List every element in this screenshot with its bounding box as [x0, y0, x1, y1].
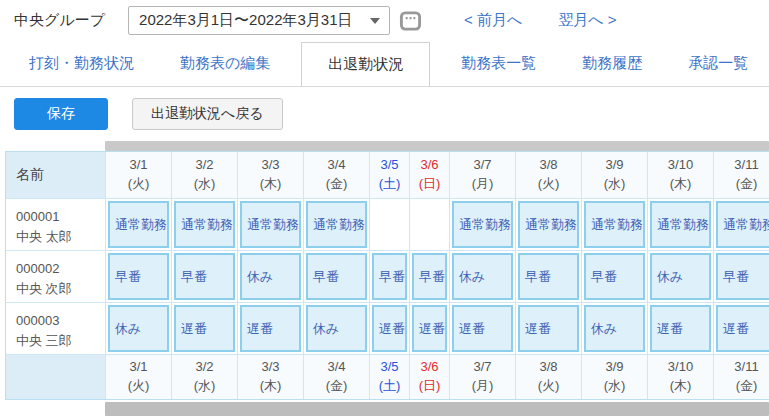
- tab-3[interactable]: 出退勤状況: [301, 42, 430, 87]
- chevron-down-icon: [370, 18, 380, 24]
- shift-chip: 早番: [412, 253, 447, 300]
- footer-date-3/11: 3/11(金): [714, 355, 769, 399]
- shift-chip: 遅番: [716, 305, 769, 352]
- shift-cell-000002-3/9[interactable]: 早番: [582, 251, 648, 303]
- shift-chip: 休み: [452, 253, 513, 300]
- shift-chip: 休み: [240, 253, 301, 300]
- header-date-3/7: 3/7(月): [450, 152, 516, 199]
- footer-date-3/1: 3/1(火): [106, 355, 172, 399]
- shift-chip: 遅番: [240, 305, 301, 352]
- shift-cell-000002-3/1[interactable]: 早番: [106, 251, 172, 303]
- footer-date-3/2: 3/2(水): [172, 355, 238, 399]
- shift-cell-000003-3/1[interactable]: 休み: [106, 303, 172, 355]
- tab-1[interactable]: 打刻・勤務状況: [14, 41, 149, 86]
- header-date-3/2: 3/2(水): [172, 152, 238, 199]
- shift-cell-000002-3/2[interactable]: 早番: [172, 251, 238, 303]
- shift-chip: 休み: [306, 305, 367, 352]
- shift-cell-000002-3/6[interactable]: 早番: [410, 251, 450, 303]
- date-range-value: 2022年3月1日〜2022年3月31日: [139, 11, 352, 30]
- next-month-link[interactable]: 翌月へ >: [558, 11, 616, 30]
- shift-cell-000001-3/2[interactable]: 通常勤務: [172, 199, 238, 251]
- horizontal-scrollbar-bottom[interactable]: [105, 402, 769, 416]
- shift-cell-000002-3/7[interactable]: 休み: [450, 251, 516, 303]
- shift-cell-000003-3/2[interactable]: 遅番: [172, 303, 238, 355]
- footer-date-3/7: 3/7(月): [450, 355, 516, 399]
- toolbar: 保存 出退勤状況へ戻る: [0, 87, 769, 137]
- footer-date-3/9: 3/9(水): [582, 355, 648, 399]
- shift-chip: 通常勤務: [174, 201, 235, 248]
- shift-cell-000001-3/10[interactable]: 通常勤務: [648, 199, 714, 251]
- shift-chip: 遅番: [372, 305, 407, 352]
- calendar-icon[interactable]: [399, 9, 422, 32]
- shift-cell-000001-3/9[interactable]: 通常勤務: [582, 199, 648, 251]
- horizontal-scrollbar-top[interactable]: [105, 141, 769, 151]
- shift-chip: 遅番: [452, 305, 513, 352]
- shift-cell-000003-3/11[interactable]: 遅番: [714, 303, 769, 355]
- shift-chip: 遅番: [650, 305, 711, 352]
- save-button[interactable]: 保存: [14, 98, 108, 130]
- shift-chip: 休み: [108, 305, 169, 352]
- shift-cell-000003-3/9[interactable]: 休み: [582, 303, 648, 355]
- shift-cell-000003-3/5[interactable]: 遅番: [370, 303, 410, 355]
- back-to-attendance-button[interactable]: 出退勤状況へ戻る: [132, 98, 283, 130]
- shift-chip: 通常勤務: [518, 201, 579, 248]
- employee-cell-000001: 000001中央 太郎: [6, 199, 106, 251]
- footer-date-3/5: 3/5(土): [370, 355, 410, 399]
- shift-cell-000003-3/3[interactable]: 遅番: [238, 303, 304, 355]
- shift-cell-000002-3/8[interactable]: 早番: [516, 251, 582, 303]
- header-date-3/3: 3/3(木): [238, 152, 304, 199]
- shift-cell-000003-3/10[interactable]: 遅番: [648, 303, 714, 355]
- shift-chip: 通常勤務: [452, 201, 513, 248]
- shift-chip: 休み: [584, 305, 645, 352]
- shift-chip: 遅番: [518, 305, 579, 352]
- shift-cell-000001-3/8[interactable]: 通常勤務: [516, 199, 582, 251]
- employee-cell-000002: 000002中央 次郎: [6, 251, 106, 303]
- shift-chip: 早番: [306, 253, 367, 300]
- footer-date-3/4: 3/4(金): [304, 355, 370, 399]
- shift-chip: 通常勤務: [650, 201, 711, 248]
- shift-chip: 遅番: [412, 305, 447, 352]
- shift-chip: 通常勤務: [108, 201, 169, 248]
- shift-cell-000001-3/1[interactable]: 通常勤務: [106, 199, 172, 251]
- header-date-3/10: 3/10(木): [648, 152, 714, 199]
- shift-chip: 遅番: [174, 305, 235, 352]
- shift-cell-000003-3/4[interactable]: 休み: [304, 303, 370, 355]
- shift-cell-000002-3/5[interactable]: 早番: [370, 251, 410, 303]
- shift-cell-000001-3/7[interactable]: 通常勤務: [450, 199, 516, 251]
- header-date-3/11: 3/11(金): [714, 152, 769, 199]
- shift-table: 名前3/1(火)3/2(水)3/3(木)3/4(金)3/5(土)3/6(日)3/…: [5, 141, 769, 416]
- header-date-3/8: 3/8(火): [516, 152, 582, 199]
- shift-cell-000003-3/7[interactable]: 遅番: [450, 303, 516, 355]
- tab-2[interactable]: 勤務表の編集: [165, 41, 285, 86]
- shift-cell-000001-3/11[interactable]: 通常勤務: [714, 199, 769, 251]
- date-range-select[interactable]: 2022年3月1日〜2022年3月31日: [128, 6, 390, 35]
- shift-cell-000001-3/6[interactable]: [410, 199, 450, 251]
- employee-cell-000003: 000003中央 三郎: [6, 303, 106, 355]
- tab-6[interactable]: 承認一覧: [673, 41, 763, 86]
- shift-chip: 早番: [584, 253, 645, 300]
- shift-cell-000001-3/5[interactable]: [370, 199, 410, 251]
- shift-cell-000002-3/3[interactable]: 休み: [238, 251, 304, 303]
- shift-cell-000001-3/3[interactable]: 通常勤務: [238, 199, 304, 251]
- tab-5[interactable]: 勤務履歴: [567, 41, 657, 86]
- shift-chip: 早番: [518, 253, 579, 300]
- header-date-3/6: 3/6(日): [410, 152, 450, 199]
- scrollbar-spacer-top: [5, 141, 105, 151]
- shift-cell-000002-3/11[interactable]: 早番: [714, 251, 769, 303]
- shift-chip: 通常勤務: [240, 201, 301, 248]
- shift-cell-000002-3/4[interactable]: 早番: [304, 251, 370, 303]
- shift-cell-000003-3/6[interactable]: 遅番: [410, 303, 450, 355]
- shift-chip: 早番: [108, 253, 169, 300]
- group-name-label: 中央グループ: [14, 11, 105, 30]
- shift-cell-000001-3/4[interactable]: 通常勤務: [304, 199, 370, 251]
- name-column-header: 名前: [6, 152, 106, 199]
- shift-chip: 早番: [716, 253, 769, 300]
- shift-cell-000003-3/8[interactable]: 遅番: [516, 303, 582, 355]
- footer-date-3/6: 3/6(日): [410, 355, 450, 399]
- shift-chip: 通常勤務: [584, 201, 645, 248]
- tab-4[interactable]: 勤務表一覧: [446, 41, 551, 86]
- shift-cell-000002-3/10[interactable]: 休み: [648, 251, 714, 303]
- shift-chip: 通常勤務: [306, 201, 367, 248]
- header-date-3/4: 3/4(金): [304, 152, 370, 199]
- prev-month-link[interactable]: < 前月へ: [464, 11, 522, 30]
